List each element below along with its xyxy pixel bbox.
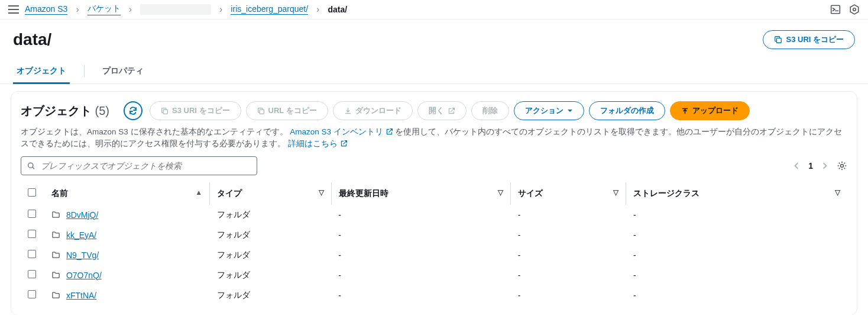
folder-icon — [51, 210, 60, 219]
cell-size: - — [511, 225, 626, 245]
external-link-icon — [448, 107, 455, 115]
cell-storage-class: - — [626, 225, 847, 245]
learn-more-link[interactable]: 詳細はこちら — [288, 139, 348, 148]
objects-table: 名前 ▲ タイプ ▽ 最終更新日時 ▽ サイズ ▽ ストレージクラス ▽ — [21, 182, 847, 306]
folder-icon — [51, 291, 60, 300]
refresh-icon — [128, 106, 138, 115]
svg-point-6 — [841, 164, 844, 167]
cell-type: フォルダ — [210, 245, 332, 265]
breadcrumb-service[interactable]: Amazon S3 — [25, 4, 67, 15]
sort-icon: ▽ — [613, 188, 618, 197]
breadcrumb-current: data/ — [328, 5, 347, 14]
page-prev-icon[interactable] — [793, 162, 800, 169]
column-storage-class[interactable]: ストレージクラス ▽ — [626, 182, 847, 205]
cell-storage-class: - — [626, 285, 847, 306]
table-row: kk_EyA/ フォルダ - - - — [21, 225, 847, 245]
table-row: N9_TVg/ フォルダ - - - — [21, 245, 847, 265]
panel-header: オブジェクト (5) S3 URI をコピー URL をコピー ダウンロード 開… — [21, 101, 847, 120]
chevron-right-icon: › — [217, 4, 225, 15]
svg-rect-3 — [163, 110, 167, 114]
pagination: 1 — [793, 160, 847, 171]
object-name-link[interactable]: xFTtNA/ — [66, 291, 96, 300]
object-name-link[interactable]: O7O7nQ/ — [66, 271, 102, 280]
cell-type: フォルダ — [210, 285, 332, 306]
chevron-right-icon: › — [314, 4, 322, 15]
column-last-modified[interactable]: 最終更新日時 ▽ — [331, 182, 510, 205]
copy-s3-uri-label: S3 URI をコピー — [786, 34, 844, 45]
download-icon — [344, 107, 352, 115]
copy-icon — [774, 36, 782, 44]
cell-size: - — [511, 245, 626, 265]
folder-icon — [51, 230, 60, 239]
row-checkbox[interactable] — [28, 290, 36, 298]
filter-row: 1 — [21, 156, 847, 175]
cloudshell-icon[interactable] — [830, 4, 841, 15]
cell-storage-class: - — [626, 245, 847, 265]
table-row: 8DvMjQ/ フォルダ - - - — [21, 205, 847, 225]
search-icon — [27, 162, 35, 170]
cell-last-modified: - — [331, 245, 510, 265]
object-name-link[interactable]: kk_EyA/ — [66, 230, 96, 240]
panel-description: オブジェクトは、Amazon S3 に保存された基本的なエンティティです。 Am… — [21, 126, 847, 150]
menu-icon[interactable] — [8, 4, 19, 15]
svg-rect-4 — [260, 110, 264, 114]
page-header: data/ S3 URI をコピー — [0, 20, 868, 53]
open-button[interactable]: 開く — [417, 101, 467, 120]
tab-objects[interactable]: オブジェクト — [13, 59, 70, 83]
upload-button[interactable]: アップロード — [670, 101, 750, 120]
delete-button[interactable]: 削除 — [471, 101, 509, 120]
external-link-icon — [386, 128, 393, 136]
breadcrumb-prefix[interactable]: iris_iceberg_parquet/ — [231, 4, 308, 15]
sort-icon: ▽ — [319, 188, 324, 197]
tab-divider — [84, 65, 85, 77]
cell-last-modified: - — [331, 205, 510, 225]
page-title: data/ — [13, 30, 51, 49]
gear-icon[interactable] — [837, 160, 847, 171]
copy-s3-uri-button[interactable]: S3 URI をコピー — [763, 30, 855, 49]
sort-icon: ▽ — [835, 188, 840, 197]
search-input[interactable] — [40, 160, 251, 171]
copy-icon — [161, 107, 169, 115]
search-input-wrapper[interactable] — [21, 156, 257, 175]
chevron-right-icon: › — [127, 4, 134, 15]
create-folder-button[interactable]: フォルダの作成 — [589, 101, 665, 120]
cell-type: フォルダ — [210, 265, 332, 285]
download-button[interactable]: ダウンロード — [333, 101, 413, 120]
page-next-icon[interactable] — [821, 162, 828, 169]
row-checkbox[interactable] — [28, 230, 36, 238]
cell-size: - — [511, 205, 626, 225]
row-checkbox[interactable] — [28, 250, 36, 258]
folder-icon — [51, 271, 60, 279]
table-row: O7O7nQ/ フォルダ - - - — [21, 265, 847, 285]
inventory-link[interactable]: Amazon S3 インベントリ — [290, 127, 395, 136]
table-row: xFTtNA/ フォルダ - - - — [21, 285, 847, 306]
settings-hex-icon[interactable] — [849, 4, 860, 15]
breadcrumb-bucket-name[interactable] — [140, 4, 211, 15]
object-name-link[interactable]: N9_TVg/ — [66, 250, 99, 260]
select-all-checkbox[interactable] — [28, 188, 36, 197]
upload-icon — [681, 107, 689, 115]
column-type[interactable]: タイプ ▽ — [210, 182, 332, 205]
breadcrumb-bar: Amazon S3 › バケット › › iris_iceberg_parque… — [0, 0, 868, 20]
panel-count: (5) — [95, 104, 109, 117]
copy-url-button[interactable]: URL をコピー — [246, 101, 328, 120]
cell-size: - — [511, 265, 626, 285]
tab-properties[interactable]: プロパティ — [99, 59, 147, 83]
copy-s3-uri-button-toolbar[interactable]: S3 URI をコピー — [150, 101, 241, 120]
external-link-icon — [340, 140, 348, 147]
object-name-link[interactable]: 8DvMjQ/ — [66, 210, 98, 220]
objects-panel: オブジェクト (5) S3 URI をコピー URL をコピー ダウンロード 開… — [11, 91, 857, 315]
panel-title: オブジェクト (5) — [21, 103, 109, 119]
sort-icon: ▽ — [498, 188, 503, 197]
folder-icon — [51, 250, 60, 259]
refresh-button[interactable] — [124, 101, 142, 120]
actions-dropdown[interactable]: アクション — [514, 101, 584, 120]
column-name[interactable]: 名前 ▲ — [44, 182, 210, 205]
copy-icon — [257, 107, 265, 115]
cell-type: フォルダ — [210, 205, 332, 225]
row-checkbox[interactable] — [28, 270, 36, 278]
breadcrumb-buckets[interactable]: バケット — [88, 4, 121, 15]
chevron-right-icon: › — [73, 4, 81, 15]
row-checkbox[interactable] — [28, 210, 36, 218]
column-size[interactable]: サイズ ▽ — [511, 182, 626, 205]
